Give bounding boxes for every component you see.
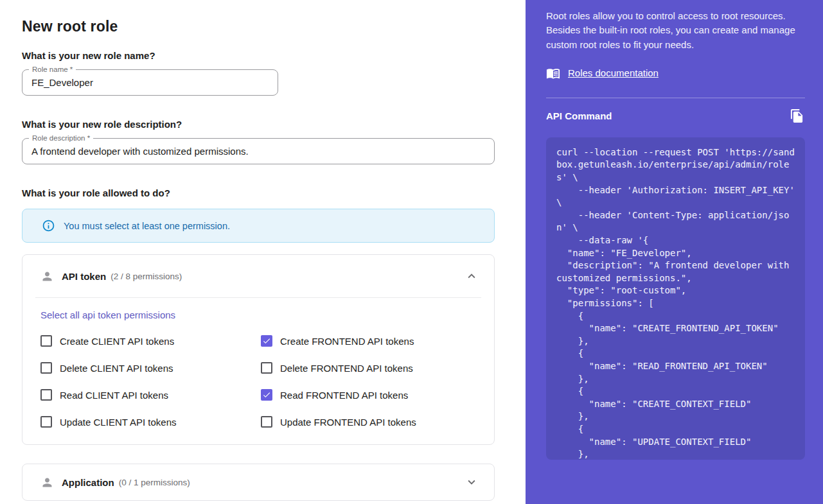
chevron-up-icon[interactable] [465, 269, 479, 283]
api-command-header: API Command [546, 108, 805, 125]
alert-text: You must select at least one permission. [64, 221, 230, 231]
accordion-title: API token [62, 271, 106, 282]
checkbox-unchecked-icon[interactable] [40, 362, 52, 374]
docs-link-row: Roles documentation [546, 66, 805, 80]
permission-label: Create FRONTEND API tokens [280, 336, 414, 347]
permission-label: Delete FRONTEND API tokens [280, 363, 413, 374]
chevron-down-icon[interactable] [465, 475, 479, 489]
accordion-title: Application [62, 477, 114, 488]
role-name-input[interactable] [31, 77, 269, 88]
roles-documentation-link[interactable]: Roles documentation [568, 67, 659, 78]
checkbox-unchecked-icon[interactable] [40, 389, 52, 401]
role-name-field-wrapper: Role name * [22, 69, 278, 96]
person-icon [40, 270, 54, 283]
role-description-field-label: Role description * [29, 134, 93, 143]
permission-checkbox-item[interactable]: Update FRONTEND API tokens [261, 414, 479, 430]
role-description-field-wrapper: Role description * [22, 138, 495, 164]
permissions-question: What is your role allowed to do? [22, 187, 526, 198]
checkbox-unchecked-icon[interactable] [261, 362, 272, 374]
checkbox-unchecked-icon[interactable] [40, 416, 52, 428]
new-root-role-form: New root role What is your new role name… [0, 0, 526, 504]
accordion-application: Application (0 / 1 permissions) [22, 464, 495, 501]
permission-checkbox-item[interactable]: Create FRONTEND API tokens [261, 333, 479, 349]
permission-label: Create CLIENT API tokens [60, 336, 174, 347]
api-command-code-block[interactable]: curl --location --request POST 'https://… [546, 137, 805, 460]
accordion-api-token-content: Select all api token permissions Create … [22, 298, 494, 444]
checkbox-unchecked-icon[interactable] [261, 416, 272, 428]
select-all-permissions-link[interactable]: Select all api token permissions [40, 309, 175, 320]
sidebar-divider [546, 98, 805, 98]
info-icon [42, 219, 55, 232]
accordion-api-token: API token (2 / 8 permissions) Select all… [22, 254, 495, 445]
sidebar-description: Root roles allow you to control access t… [546, 9, 797, 52]
copy-command-button[interactable] [788, 108, 805, 125]
curl-command-text: curl --location --request POST 'https://… [556, 146, 795, 460]
permission-label: Update FRONTEND API tokens [280, 417, 416, 428]
permission-checkbox-item[interactable]: Read FRONTEND API tokens [261, 387, 479, 403]
permission-checkbox-item[interactable]: Create CLIENT API tokens [40, 333, 261, 349]
copy-icon [790, 109, 804, 123]
menu-book-icon [546, 66, 560, 80]
permission-checkbox-item[interactable]: Update CLIENT API tokens [40, 414, 261, 430]
checkbox-unchecked-icon[interactable] [40, 335, 52, 347]
checkbox-checked-icon[interactable] [261, 335, 272, 347]
api-command-title: API Command [546, 110, 612, 121]
permission-checkbox-item[interactable]: Delete FRONTEND API tokens [261, 360, 479, 376]
permission-label: Delete CLIENT API tokens [60, 363, 173, 374]
permissions-grid: Create CLIENT API tokensCreate FRONTEND … [40, 333, 479, 430]
accordion-permission-count: (0 / 1 permissions) [119, 478, 190, 487]
role-description-input[interactable] [31, 146, 485, 157]
person-icon [40, 476, 54, 489]
permissions-info-alert: You must select at least one permission. [22, 209, 495, 243]
role-name-question: What is your new role name? [22, 50, 526, 61]
permission-label: Update CLIENT API tokens [60, 417, 177, 428]
role-name-field-label: Role name * [29, 65, 76, 74]
permission-label: Read CLIENT API tokens [60, 390, 168, 401]
permission-label: Read FRONTEND API tokens [280, 390, 408, 401]
accordion-api-token-header[interactable]: API token (2 / 8 permissions) [22, 255, 494, 297]
permission-checkbox-item[interactable]: Delete CLIENT API tokens [40, 360, 261, 376]
page-title: New root role [22, 18, 526, 35]
permission-checkbox-item[interactable]: Read CLIENT API tokens [40, 387, 261, 403]
role-description-question: What is your new role description? [22, 119, 526, 130]
accordion-application-header[interactable]: Application (0 / 1 permissions) [22, 464, 494, 500]
root-roles-info-sidebar: Root roles allow you to control access t… [526, 0, 823, 504]
checkbox-checked-icon[interactable] [261, 389, 272, 401]
accordion-permission-count: (2 / 8 permissions) [111, 272, 182, 281]
